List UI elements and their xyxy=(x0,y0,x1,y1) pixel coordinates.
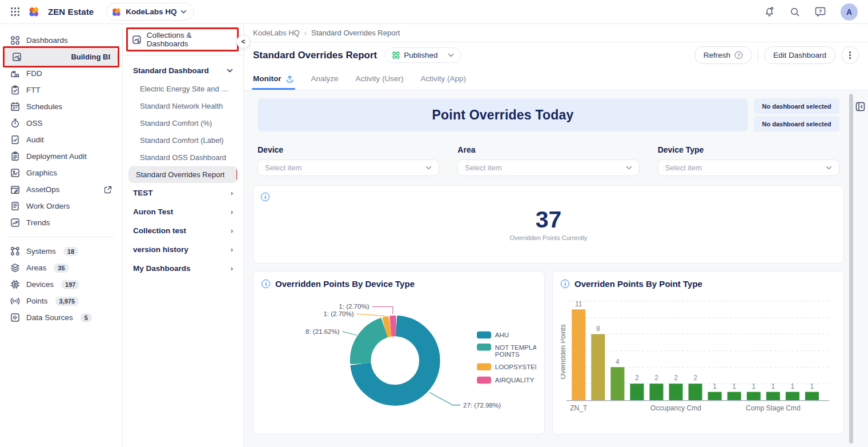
chart-title: Overridden Points By Device Type xyxy=(275,279,415,289)
dashboard-item[interactable]: Standard Comfort (Label) xyxy=(128,132,238,149)
sidebar-item-label: Systems xyxy=(26,247,56,256)
sidebar-item-label: OSS xyxy=(26,119,43,127)
sidebar-item-dashboards[interactable]: Dashboards xyxy=(5,32,118,49)
systems-icon xyxy=(10,246,20,256)
deployment-audit-icon xyxy=(10,151,20,161)
sidebar-item-ftt[interactable]: FTT xyxy=(5,82,118,98)
legend-swatch[interactable] xyxy=(477,377,491,384)
stat-value: 37 xyxy=(536,207,562,232)
vertical-scrollbar[interactable] xyxy=(849,94,853,444)
count-badge: 197 xyxy=(61,280,79,289)
bar[interactable] xyxy=(708,392,722,400)
breadcrumb-org[interactable]: KodeLabs HQ xyxy=(253,29,300,37)
sidebar-item-deployment-audit[interactable]: Deployment Audit xyxy=(5,148,118,165)
info-icon[interactable]: i xyxy=(561,280,569,288)
select-placeholder: Select item xyxy=(665,163,702,172)
bar[interactable] xyxy=(591,334,605,400)
collection-group-collection-test[interactable]: Collection test› xyxy=(128,221,238,240)
collapse-right-panel-icon[interactable] xyxy=(855,102,865,111)
bell-icon[interactable] xyxy=(764,6,775,17)
sidebar-item-areas[interactable]: Areas 35 xyxy=(5,260,118,276)
avatar[interactable]: A xyxy=(841,3,858,21)
x-tick-label: Occupancy Cmd xyxy=(650,404,701,412)
edit-dashboard-button[interactable]: Edit Dashboard xyxy=(764,46,835,64)
donut-slice-airquality[interactable] xyxy=(391,317,395,336)
apps-grid-icon[interactable] xyxy=(10,7,20,17)
sidebar-item-points[interactable]: Points 3,975 xyxy=(5,293,118,309)
bar-value-label: 8 xyxy=(596,325,600,333)
sidebar-item-label: Areas xyxy=(26,264,46,272)
more-options-button[interactable] xyxy=(841,46,859,64)
kebab-icon xyxy=(849,51,851,59)
count-badge: 3,975 xyxy=(55,297,79,306)
org-name: KodeLabs HQ xyxy=(126,7,176,16)
tab-activity-app[interactable]: Activity (App) xyxy=(421,74,467,90)
collection-group-standard-dashboard[interactable]: Standard Dashboard xyxy=(128,61,238,80)
x-tick-label: Comp Stage Cmd xyxy=(746,404,801,412)
leader-line xyxy=(372,306,393,314)
breadcrumb-separator: › xyxy=(304,29,307,37)
sidebar-item-graphics[interactable]: Graphics xyxy=(5,165,118,181)
info-icon[interactable]: i xyxy=(262,280,270,288)
bar[interactable] xyxy=(669,384,683,400)
bar[interactable] xyxy=(747,392,761,400)
sidebar-item-trends[interactable]: Trends xyxy=(5,214,118,231)
bar[interactable] xyxy=(610,367,624,400)
tab-activity-user[interactable]: Activity (User) xyxy=(356,74,404,90)
sidebar-item-data-sources[interactable]: Data Sources 5 xyxy=(5,309,118,326)
help-icon[interactable]: ? xyxy=(815,6,826,17)
sidebar-item-fdd[interactable]: FDD xyxy=(5,65,118,82)
org-switcher[interactable]: KodeLabs HQ xyxy=(106,3,194,21)
chevron-down-icon xyxy=(425,166,432,170)
device-select[interactable]: Select item xyxy=(258,159,439,176)
sidebar-divider xyxy=(8,237,114,237)
bar[interactable] xyxy=(649,384,663,400)
collections-header[interactable]: Collections & Dashboards xyxy=(128,31,238,48)
sidebar-item-schedules[interactable]: Schedules xyxy=(5,98,118,115)
publish-status-dropdown[interactable]: Published xyxy=(385,47,461,63)
dashboard-item[interactable]: Standard OSS Dashboard xyxy=(128,149,238,166)
sidebar-item-devices[interactable]: Devices 197 xyxy=(5,276,118,293)
collapse-panel-button[interactable]: < xyxy=(236,35,250,49)
sidebar-item-assetops[interactable]: AssetOps xyxy=(5,181,118,198)
bar[interactable] xyxy=(630,384,644,400)
dashboard-item[interactable]: Electric Energy Site and Su... xyxy=(128,81,238,97)
sidebar-item-label: Devices xyxy=(26,280,54,289)
sidebar-item-audit[interactable]: Audit xyxy=(5,131,118,148)
legend-swatch[interactable] xyxy=(477,332,491,339)
search-icon[interactable] xyxy=(790,7,800,17)
bar[interactable] xyxy=(766,392,780,400)
donut-slice-not-templated-points[interactable] xyxy=(351,319,387,363)
bar[interactable] xyxy=(728,392,741,400)
bar[interactable] xyxy=(805,392,819,400)
collection-group-version-history[interactable]: version history› xyxy=(128,240,238,259)
select-placeholder: Select item xyxy=(265,163,302,172)
sidebar-item-label: Deployment Audit xyxy=(26,152,87,161)
dashboard-item-selected[interactable]: Standard Overrides Report xyxy=(128,166,238,183)
sidebar-item-oss[interactable]: OSS xyxy=(5,115,118,131)
sidebar-item-work-orders[interactable]: Work Orders xyxy=(5,198,118,214)
refresh-button[interactable]: Refresh ? xyxy=(694,46,752,64)
bar[interactable] xyxy=(786,392,799,400)
bar[interactable] xyxy=(689,384,702,400)
info-icon[interactable]: i xyxy=(261,193,270,201)
external-link-icon xyxy=(104,186,112,194)
device-type-select[interactable]: Select item xyxy=(658,159,839,176)
product-name: ZEN Estate xyxy=(48,7,94,17)
collection-group-auron-test[interactable]: Auron Test› xyxy=(128,202,238,221)
legend-swatch[interactable] xyxy=(477,364,491,371)
collection-group-test[interactable]: TEST› xyxy=(128,183,238,202)
bar[interactable] xyxy=(572,309,585,400)
schedules-icon xyxy=(10,102,20,111)
sidebar-item-systems[interactable]: Systems 18 xyxy=(5,243,118,260)
area-select[interactable]: Select item xyxy=(457,159,639,176)
sidebar-item-building-bi[interactable]: Building BI xyxy=(5,49,118,65)
collection-group-my-dashboards[interactable]: My Dashboards› xyxy=(128,259,238,278)
dashboard-item[interactable]: Standard Network Health xyxy=(128,98,238,114)
tab-analyze[interactable]: Analyze xyxy=(311,74,339,90)
tab-monitor[interactable]: Monitor xyxy=(253,74,294,90)
bar-value-label: 1 xyxy=(791,382,795,390)
tab-label: Activity (App) xyxy=(421,74,467,83)
legend-swatch[interactable] xyxy=(477,344,491,351)
dashboard-item[interactable]: Standard Comfort (%) xyxy=(128,115,238,131)
